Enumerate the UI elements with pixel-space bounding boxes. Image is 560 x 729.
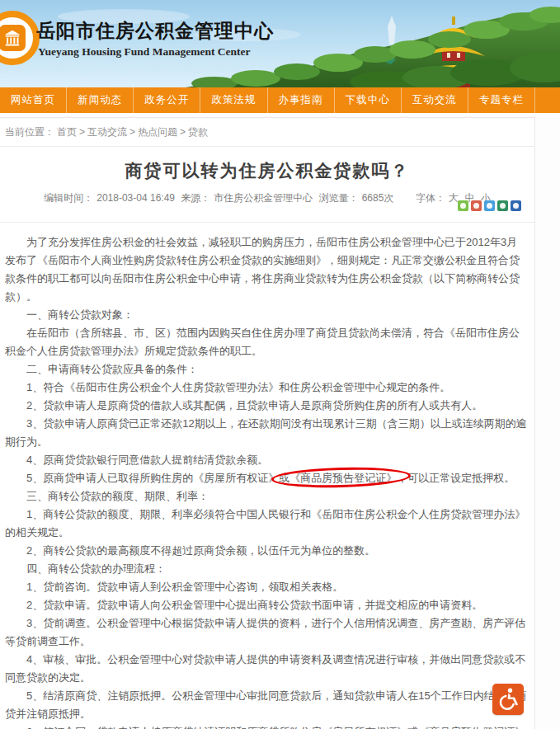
article-paragraph: 4、原商贷贷款银行同意借款人提前结清贷款余额。 <box>5 451 528 469</box>
nav-item-gov-affairs[interactable]: 政务公开 <box>134 87 200 113</box>
nav-item-news[interactable]: 新闻动态 <box>67 87 134 113</box>
font-size-label: 字体： <box>416 192 445 204</box>
article-body: 为了充分发挥住房公积金的社会效益，减轻职工的购房压力，岳阳市住房公积金管理中心已… <box>0 233 534 729</box>
views-label: 浏览量： <box>319 192 359 204</box>
article-paragraph-with-annotation: 5、原商贷申请人已取得所购住房的《房屋所有权证》或《商品房预告登记证》，可以正常… <box>5 469 528 487</box>
title-divider <box>0 222 534 223</box>
article-paragraph: 2、贷款申请人是原商贷的借款人或其配偶，且贷款申请人是原商贷所购住房的所有人或共… <box>5 397 528 415</box>
article-paragraph: 2、商转公贷款的最高额度不得超过原商贷余额，以伍仟元为单位的整数。 <box>5 542 528 560</box>
nav-item-service-guide[interactable]: 办事指南 <box>268 87 335 113</box>
annotated-paragraph-post: ，可以正常设定抵押权。 <box>397 472 515 484</box>
breadcrumb-separator: > <box>129 126 135 138</box>
classical-building-icon <box>0 25 26 51</box>
breadcrumb-item-home[interactable]: 首页 <box>57 126 77 138</box>
article-paragraph: 6、签订合同。贷款申请人持原商贷结清证明和原商贷所购住房《房屋所有权证》或《商品… <box>5 723 528 729</box>
article-section-heading: 四、商转公贷款的办理流程： <box>5 560 528 578</box>
site-header: 岳阳市住房公积金管理中心 Yueyang Housing Fund Manage… <box>0 0 560 87</box>
article-paragraph: 3、贷款申请人原商贷已正常还款12期以上，在还款期间没有出现累计三期（含三期）以… <box>5 415 528 451</box>
breadcrumb-separator: > <box>180 126 186 138</box>
share-bar <box>458 200 521 211</box>
breadcrumb-separator: > <box>79 126 85 138</box>
edit-time-label: 编辑时间： <box>44 192 93 204</box>
article-paragraph: 在岳阳市（含所辖县、市、区）范围内因购买自住住房办理了商贷且贷款尚未偿清，符合《… <box>5 324 528 360</box>
views-value: 6685次 <box>362 192 394 204</box>
breadcrumb-item-loans[interactable]: 贷款 <box>188 126 208 138</box>
article-paragraph: 3、贷前调查。公积金管理中心根据贷款申请人提供的资料，进行个人信用情况调查、房产… <box>5 614 528 651</box>
nav-item-interaction[interactable]: 互动交流 <box>402 87 468 113</box>
share-green-icon[interactable] <box>458 200 468 211</box>
article-section-heading: 一、商转公贷款对象： <box>5 306 528 324</box>
source-label: 来源： <box>181 192 210 204</box>
annotated-text: 或《商品房预告登记证》 <box>279 472 397 484</box>
share-darkgreen-icon[interactable] <box>497 200 508 211</box>
source-value: 市住房公积金管理中心 <box>214 192 313 204</box>
breadcrumb-divider <box>0 146 534 147</box>
article-paragraph: 5、结清原商贷、注销原抵押。公积金管理中心审批同意贷款后，通知贷款申请人在15个… <box>5 687 528 723</box>
nav-item-downloads[interactable]: 下载中心 <box>335 87 402 113</box>
nav-item-policies[interactable]: 政策法规 <box>200 87 267 113</box>
annotated-paragraph-pre: 5、原商贷申请人已取得所购住房的《房屋所有权证》 <box>26 472 279 484</box>
article-paragraph: 4、审核、审批。公积金管理中心对贷款申请人提供的申请资料及调查情况进行审核，并做… <box>5 651 528 687</box>
nav-item-home[interactable]: 网站首页 <box>0 87 67 113</box>
article-paragraph: 2、贷款申请。贷款申请人向公积金管理中心提出商转公贷款书面申请，并提交相应的申请… <box>5 596 528 614</box>
nav-item-special-topics[interactable]: 专题专栏 <box>468 87 535 113</box>
edit-time-value: 2018-03-04 16:49 <box>96 192 175 204</box>
share-red-icon[interactable] <box>471 200 482 211</box>
red-circle-annotation: 或《商品房预告登记证》 <box>279 472 397 484</box>
article-paragraph: 1、符合《岳阳市住房公积金个人住房贷款管理办法》和住房公积金管理中心规定的条件。 <box>5 379 528 397</box>
main-nav: 网站首页 新闻动态 政务公开 政策法规 办事指南 下载中心 互动交流 专题专栏 <box>0 87 560 113</box>
breadcrumb-item-hot-questions[interactable]: 热点问题 <box>138 126 177 138</box>
share-blue-icon[interactable] <box>484 200 495 211</box>
site-subtitle: Yueyang Housing Fund Management Center <box>38 45 251 59</box>
accessibility-button[interactable] <box>492 684 524 715</box>
breadcrumb: 当前位置：首页>互动交流>热点问题>贷款 <box>5 125 210 139</box>
article-section-heading: 三、商转公贷款的额度、期限、利率： <box>5 487 528 506</box>
header-scenery <box>0 0 560 87</box>
article-title: 商贷可以转为住房公积金贷款吗？ <box>0 159 534 182</box>
content-panel: 当前位置：首页>互动交流>热点问题>贷款 商贷可以转为住房公积金贷款吗？ 编辑时… <box>0 117 535 729</box>
article-section-heading: 二、申请商转公贷款应具备的条件： <box>5 360 528 379</box>
breadcrumb-label: 当前位置： <box>5 126 54 138</box>
article-meta: 编辑时间：2018-03-04 16:49 来源：市住房公积金管理中心 浏览量：… <box>0 191 534 205</box>
share-deepblue-icon[interactable] <box>511 200 521 211</box>
wheelchair-icon <box>496 685 520 713</box>
site-title: 岳阳市住房公积金管理中心 <box>36 18 274 44</box>
breadcrumb-item-interaction[interactable]: 互动交流 <box>87 126 127 138</box>
article-paragraph: 1、贷前咨询。贷款申请人到公积金管理中心咨询，领取相关表格。 <box>5 578 528 596</box>
article-paragraph: 1、商转公贷款的额度、期限、利率必须符合中国人民银行和《岳阳市住房公积金个人住房… <box>5 506 528 542</box>
article-paragraph: 为了充分发挥住房公积金的社会效益，减轻职工的购房压力，岳阳市住房公积金管理中心已… <box>5 233 528 306</box>
